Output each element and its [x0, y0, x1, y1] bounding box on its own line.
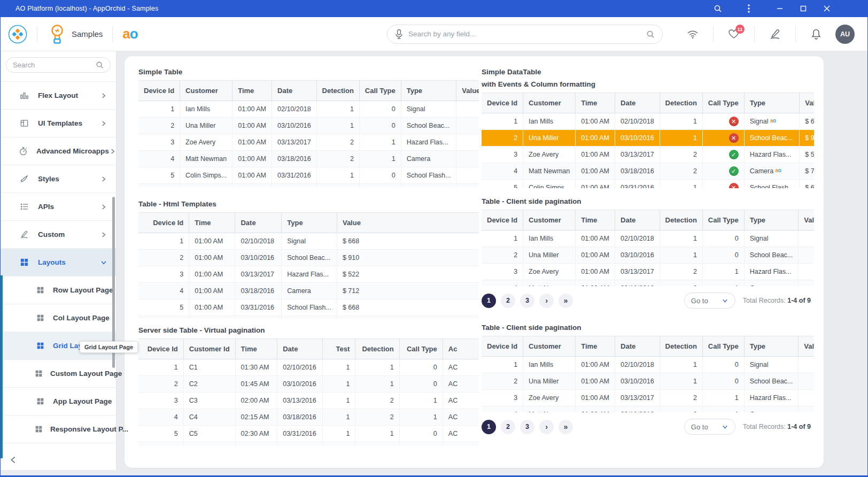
maximize-icon[interactable]: [792, 0, 815, 17]
table-row[interactable]: 101:00 AM02/10/2018Signal$ 668: [138, 233, 479, 250]
column-header[interactable]: Detection: [660, 336, 702, 357]
close-icon[interactable]: [815, 0, 839, 17]
column-header[interactable]: Device Id: [482, 336, 523, 357]
table-row[interactable]: 3C302:00 AM03/13/2016121AC: [138, 393, 479, 409]
sidebar-search[interactable]: [6, 57, 111, 73]
sidebar-subitem-grid-layout-page[interactable]: Grid Layout Page Grid Layout Page: [1, 332, 116, 360]
column-header[interactable]: Type: [744, 93, 800, 113]
table-row[interactable]: 2Una Miller01:00 AM03/10/201610School Be…: [482, 373, 814, 390]
next-page-button[interactable]: ›: [539, 294, 554, 308]
zoom-icon[interactable]: [706, 0, 730, 17]
table-row[interactable]: 1Ian Mills01:00 AM02/10/20181✕Signal ao$…: [482, 113, 814, 130]
column-header[interactable]: Date: [615, 93, 660, 113]
column-header[interactable]: Type: [744, 336, 799, 357]
page-button[interactable]: 3: [520, 420, 534, 434]
table-row[interactable]: 2Una Miller01:00 AM03/10/201610School Be…: [482, 247, 814, 264]
table-row[interactable]: 3Zoe Avery01:00 AM03/13/201721Hazard Fla…: [138, 134, 479, 151]
sidebar-item-styles[interactable]: Styles: [1, 165, 116, 193]
table-row[interactable]: 401:00 AM03/18/2016Camera$ 712: [138, 283, 479, 299]
column-header[interactable]: Call Type: [359, 81, 401, 101]
next-page-button[interactable]: ›: [539, 420, 554, 434]
column-header[interactable]: Call Type: [702, 336, 744, 357]
column-header[interactable]: Customer: [523, 93, 576, 113]
page-button[interactable]: 1: [482, 420, 496, 434]
column-header[interactable]: Type: [744, 210, 799, 230]
search-icon[interactable]: [646, 30, 655, 39]
sidebar-item-ui-templates[interactable]: UI Templates: [1, 110, 116, 137]
bell-icon[interactable]: [805, 24, 827, 45]
column-header[interactable]: Time: [189, 213, 235, 233]
page-button[interactable]: 3: [520, 294, 534, 308]
table-row[interactable]: 2Una Miller01:00 AM03/10/20161✕School Be…: [482, 130, 814, 147]
column-header[interactable]: Device Id: [138, 213, 189, 233]
sidebar-subitem-responsive-layout-page[interactable]: Responsive Layout P...: [1, 416, 116, 443]
table-row[interactable]: [138, 316, 479, 319]
column-header[interactable]: Value: [799, 210, 814, 230]
avatar[interactable]: AU: [835, 25, 855, 44]
last-page-button[interactable]: »: [559, 294, 573, 308]
column-header[interactable]: Device Id: [482, 93, 523, 113]
column-header[interactable]: Device Id: [138, 339, 183, 359]
column-header[interactable]: Time: [235, 339, 277, 359]
goto-page-select[interactable]: Go to: [684, 293, 735, 309]
global-search[interactable]: [387, 25, 663, 44]
column-header[interactable]: Device Id: [482, 210, 523, 230]
column-header[interactable]: Date: [235, 213, 282, 233]
heart-icon[interactable]: 11: [723, 24, 745, 45]
column-header[interactable]: Ac: [443, 339, 479, 359]
minimize-icon[interactable]: [768, 0, 792, 17]
table-row[interactable]: 1C101:30 AM02/10/2016110AC: [138, 359, 479, 376]
column-header[interactable]: Date: [277, 339, 323, 359]
table-row[interactable]: 1Ian Mills01:00 AM02/10/201810Signal: [482, 357, 814, 373]
table-row[interactable]: 501:00 AM03/31/2016School Flash...$ 668: [138, 299, 479, 316]
sidebar-item-flex-layout[interactable]: Flex Layout: [1, 82, 116, 110]
table-row[interactable]: 4Matt Newman01:00 AM03/18/20162✓Camera a…: [482, 163, 814, 180]
column-header[interactable]: Call Type: [702, 210, 744, 230]
sidebar-subitem-app-layout-page[interactable]: App Layout Page: [1, 388, 116, 416]
column-header[interactable]: Time: [576, 93, 615, 113]
signature-pen-icon[interactable]: [764, 24, 786, 45]
table-row[interactable]: 201:00 AM03/10/2016School Beac...$ 910: [138, 250, 479, 266]
column-header[interactable]: Time: [576, 210, 615, 230]
column-header[interactable]: Detection: [316, 81, 359, 101]
column-header[interactable]: Value: [456, 81, 479, 101]
sidebar-item-advanced-microapps[interactable]: Advanced Microapps: [1, 137, 116, 165]
table-row[interactable]: 3Zoe Avery01:00 AM03/13/201721Hazard Fla…: [482, 390, 814, 406]
sidebar-item-apis[interactable]: APIs: [1, 193, 116, 221]
column-header[interactable]: Type: [282, 213, 337, 233]
mic-icon[interactable]: [395, 29, 403, 40]
column-header[interactable]: Value: [799, 336, 814, 357]
sidebar-search-input[interactable]: [13, 61, 96, 69]
ao-logo[interactable]: ao: [122, 26, 137, 42]
table-row[interactable]: 3Zoe Avery01:00 AM03/13/20172✓Hazard Fla…: [482, 147, 814, 163]
column-header[interactable]: Type: [401, 81, 456, 101]
column-header[interactable]: Detection: [660, 93, 702, 113]
table-row[interactable]: 2C201:45 AM03/10/2016110AC: [138, 376, 479, 393]
sidebar-item-layouts[interactable]: Layouts: [1, 249, 116, 276]
column-header[interactable]: Detection: [660, 210, 702, 230]
sidebar-subitem-row-layout-page[interactable]: Row Layout Page: [1, 276, 116, 304]
table-row[interactable]: 4Matt Newman01:00 AM03/18/201621Camera: [482, 406, 814, 413]
page-button[interactable]: 2: [501, 420, 515, 434]
table-row[interactable]: 5Colin Simps...01:00 AM03/31/201610Schoo…: [138, 167, 479, 184]
column-header[interactable]: Device Id: [138, 81, 180, 101]
column-header[interactable]: Customer Id: [183, 339, 235, 359]
column-header[interactable]: Customer: [180, 81, 232, 101]
table-row[interactable]: 5C502:30 AM03/31/2016110AC: [138, 426, 479, 442]
table-row[interactable]: 2Una Miller01:00 AM03/10/201610School Be…: [138, 118, 479, 134]
last-page-button[interactable]: »: [559, 420, 573, 434]
column-header[interactable]: Value: [337, 213, 479, 233]
sidebar-subitem-custom-layout-page[interactable]: Custom Layout Page: [1, 360, 116, 388]
sidebar-item-custom[interactable]: Custom: [1, 221, 116, 249]
column-header[interactable]: Date: [615, 210, 660, 230]
search-input[interactable]: [408, 30, 646, 38]
table-row[interactable]: 1Ian Mills01:00 AM02/10/201810Signal: [482, 230, 814, 247]
column-header[interactable]: Time: [232, 81, 272, 101]
table-row[interactable]: [138, 442, 479, 447]
page-button[interactable]: 2: [501, 294, 515, 308]
column-header[interactable]: Call Type: [702, 93, 744, 113]
column-header[interactable]: Customer: [523, 210, 576, 230]
table-row[interactable]: 3Zoe Avery01:00 AM03/13/201721Hazard Fla…: [482, 264, 814, 280]
page-button[interactable]: 1: [482, 294, 496, 308]
wifi-icon[interactable]: [682, 24, 703, 45]
